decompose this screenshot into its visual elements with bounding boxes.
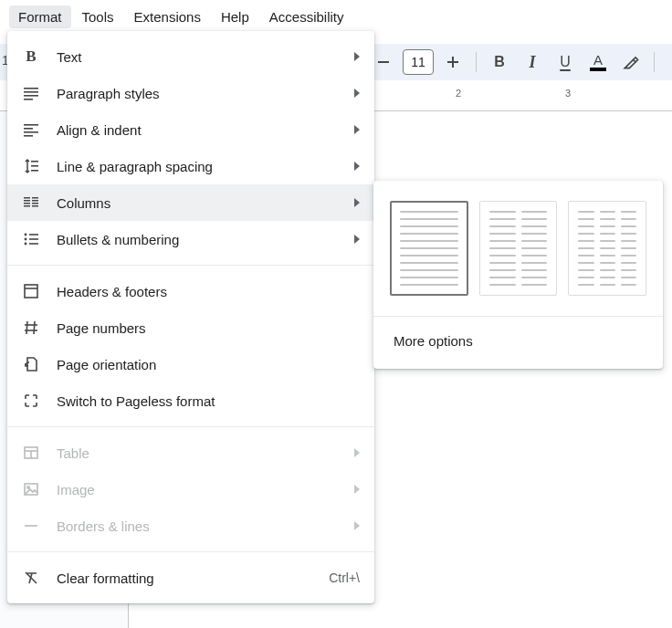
font-size-increase-button[interactable] [439,48,467,76]
menu-table-label: Table [57,445,340,461]
menu-columns[interactable]: Columns [7,184,374,221]
ruler-mark-3: 3 [565,88,571,99]
svg-rect-21 [32,205,38,207]
menu-separator [7,265,374,266]
align-icon [20,119,42,141]
columns-more-options[interactable]: More options [373,317,663,369]
pageless-icon [20,390,42,412]
highlight-color-button[interactable] [617,48,645,76]
svg-line-31 [34,321,35,334]
svg-rect-5 [24,95,38,97]
svg-rect-14 [24,197,30,199]
svg-rect-7 [24,124,38,126]
menu-page-numbers[interactable]: Page numbers [7,309,374,346]
columns-submenu: More options [373,181,663,369]
svg-rect-2 [452,57,454,68]
menu-line-spacing[interactable]: Line & paragraph spacing [7,148,374,184]
paragraph-icon [20,82,42,104]
menu-borders-lines-label: Borders & lines [57,518,340,534]
bold-icon: B [20,46,42,68]
menu-switch-pageless[interactable]: Switch to Pageless format [7,382,374,419]
italic-button[interactable]: I [519,48,546,76]
toolbar-divider [476,52,477,72]
menu-align-indent-label: Align & indent [57,122,340,138]
chevron-right-icon [354,52,360,61]
menubar-extensions[interactable]: Extensions [125,5,210,28]
menu-paragraph-styles-label: Paragraph styles [57,86,340,101]
menu-image: Image [7,471,374,508]
menu-line-spacing-label: Line & paragraph spacing [57,159,340,174]
menu-text[interactable]: B Text [7,38,374,75]
borders-icon [20,515,42,537]
svg-rect-10 [24,135,33,137]
chevron-right-icon [354,198,360,207]
table-icon [20,442,42,464]
columns-option-1[interactable] [390,201,468,296]
svg-rect-39 [25,525,37,527]
svg-rect-26 [29,238,38,240]
ruler-mark-2: 2 [456,88,461,99]
menubar-tools[interactable]: Tools [73,5,123,28]
menu-headers-footers[interactable]: Headers & footers [7,273,374,309]
svg-rect-4 [24,91,38,93]
chevron-right-icon [354,89,360,98]
svg-rect-18 [32,197,38,199]
svg-rect-20 [32,203,38,204]
svg-rect-12 [31,165,38,167]
svg-rect-11 [31,161,38,162]
columns-icon [20,192,42,214]
svg-point-38 [27,487,30,489]
chevron-right-icon [354,448,360,457]
menu-clear-formatting-shortcut: Ctrl+\ [329,570,360,585]
hash-icon [20,317,42,339]
menu-text-label: Text [57,49,340,65]
orientation-icon [20,353,42,375]
menu-page-orientation-label: Page orientation [57,357,360,372]
svg-rect-9 [24,131,38,133]
menu-table: Table [7,434,374,471]
svg-point-22 [25,234,27,236]
menu-clear-formatting[interactable]: Clear formatting Ctrl+\ [7,560,374,596]
svg-rect-3 [24,88,38,89]
menubar-accessibility[interactable]: Accessibility [260,5,353,28]
svg-rect-16 [24,203,30,204]
svg-rect-19 [32,200,38,202]
menu-paragraph-styles[interactable]: Paragraph styles [7,75,374,111]
menu-image-label: Image [57,482,340,497]
svg-rect-13 [31,170,38,172]
chevron-right-icon [354,162,360,171]
menu-headers-footers-label: Headers & footers [57,284,360,299]
font-size-input[interactable]: 11 [403,49,434,75]
menu-align-indent[interactable]: Align & indent [7,111,374,148]
columns-option-2[interactable] [479,201,558,296]
column-options-row [373,181,663,316]
columns-option-3[interactable] [568,201,646,296]
clear-formatting-icon [20,567,42,589]
svg-rect-17 [24,205,30,207]
menu-switch-pageless-label: Switch to Pageless format [57,393,360,409]
bold-button[interactable]: B [486,48,513,76]
chevron-right-icon [354,521,360,530]
menu-bullets-numbering-label: Bullets & numbering [57,232,340,247]
image-icon [20,478,42,500]
menu-separator [7,551,374,552]
chevron-right-icon [354,125,360,134]
svg-rect-6 [24,99,33,100]
list-icon [20,228,42,250]
chevron-right-icon [354,235,360,244]
menu-separator [7,426,374,427]
svg-rect-25 [29,234,38,236]
svg-rect-28 [25,285,37,298]
svg-rect-8 [24,128,33,130]
menu-page-orientation[interactable]: Page orientation [7,346,374,382]
menubar: Format Tools Extensions Help Accessibili… [0,0,672,33]
format-menu: B Text Paragraph styles Align & indent L… [7,31,374,603]
chevron-right-icon [354,485,360,494]
svg-rect-15 [24,200,30,202]
underline-button[interactable]: U [551,48,579,76]
menu-bullets-numbering[interactable]: Bullets & numbering [7,221,374,257]
headers-footers-icon [20,280,42,302]
menubar-help[interactable]: Help [212,5,258,28]
text-color-button[interactable]: A [584,48,612,76]
menubar-format[interactable]: Format [9,5,71,28]
